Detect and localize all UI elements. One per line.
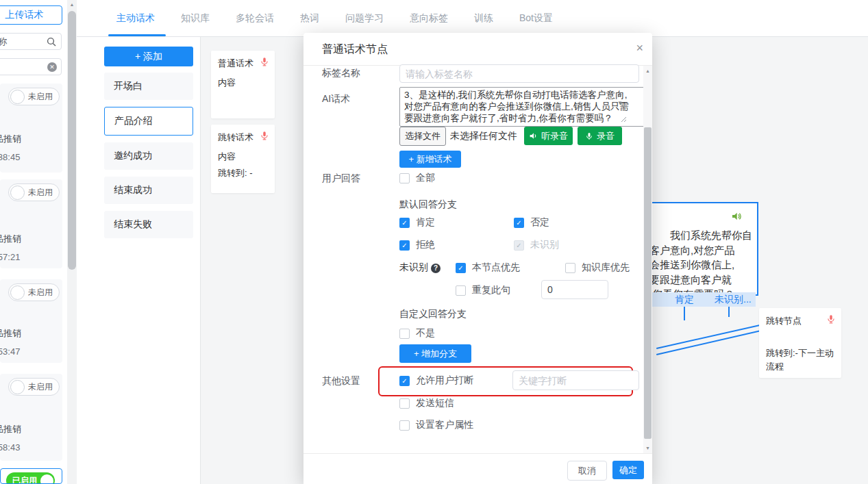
checkbox-affirm[interactable]: 肯定 <box>399 216 435 229</box>
tag-name-label: 标签名称 <box>322 67 360 79</box>
add-script-button[interactable]: + 新增话术 <box>399 151 461 168</box>
script-card[interactable]: 未启用 品推销 9:38:45 <box>0 84 62 173</box>
script-card[interactable]: 未启用 品推销 3:58:43 <box>0 374 62 461</box>
left-scrollbar[interactable]: ▲ <box>67 0 77 484</box>
node-card-normal-script[interactable]: 普通话术 内容 <box>211 51 275 118</box>
checkbox-label: 知识库优先 <box>582 262 630 274</box>
confirm-button[interactable]: 确定 <box>612 461 644 479</box>
tab-bot-settings[interactable]: Bot设置 <box>511 12 561 25</box>
modal-scrollbar-thumb[interactable] <box>644 127 652 439</box>
textarea-scroll-down-icon[interactable]: ▼ <box>617 100 623 106</box>
checkbox-refuse[interactable]: 拒绝 <box>399 239 435 251</box>
filter-input[interactable]: ✕ <box>0 58 62 75</box>
checkbox-node-first[interactable]: 本节点优先 <box>456 262 520 274</box>
ai-script-textarea[interactable]: 3、是这样的,我们系统先帮你自动打电话筛选客户意向,对您产品有意向的客户会推送到… <box>399 87 645 127</box>
script-card-name: 品推销 <box>0 233 21 245</box>
listen-recording-label: 听录音 <box>541 130 568 142</box>
app-window: 主动话术 知识库 多轮会话 热词 问题学习 意向标签 训练 Bot设置 上传话术… <box>0 0 868 484</box>
flow-item-opening[interactable]: 开场白 <box>104 73 193 100</box>
connector-line <box>728 307 730 317</box>
enable-toggle[interactable]: 未启用 <box>8 88 60 105</box>
enable-toggle-on[interactable]: 已启用 <box>6 472 55 484</box>
tab-question-learning[interactable]: 问题学习 <box>337 12 392 25</box>
help-icon[interactable]: ? <box>431 264 441 273</box>
node-card-title: 普通话术 <box>218 58 253 70</box>
toggle-knob <box>10 90 25 104</box>
upload-script-button[interactable]: 上传话术 <box>0 5 62 25</box>
checkbox-set-customer-attr[interactable]: 设置客户属性 <box>399 419 473 431</box>
file-status-text: 未选择任何文件 <box>450 130 517 142</box>
checkbox-negative[interactable]: 否定 <box>514 216 549 229</box>
toggle-knob <box>10 186 25 200</box>
repeat-count-input[interactable] <box>541 280 608 299</box>
checkbox-repeat[interactable]: 重复此句 <box>456 284 510 296</box>
resize-grip-icon[interactable] <box>620 116 627 123</box>
checkbox-label: 不是 <box>416 327 435 340</box>
script-card-name: 品推销 <box>0 423 21 435</box>
script-card[interactable]: 未启用 品推销 7:53:47 <box>0 279 62 363</box>
microphone-icon[interactable] <box>260 57 269 66</box>
checkbox-allow-interrupt[interactable]: 允许用户打断 <box>399 374 473 387</box>
link-affirm[interactable]: 肯定 <box>675 294 694 306</box>
checkbox-all[interactable]: 全部 <box>399 172 435 184</box>
enable-toggle[interactable]: 未启用 <box>8 378 60 396</box>
tab-hot-words[interactable]: 热词 <box>292 12 327 25</box>
tab-intent-label[interactable]: 意向标签 <box>401 12 456 25</box>
checkbox-label: 重复此句 <box>472 284 510 296</box>
keyword-interrupt-input[interactable] <box>512 370 639 390</box>
tab-main-script[interactable]: 主动话术 <box>108 12 163 25</box>
script-card-enabled[interactable]: 已启用 <box>0 468 62 484</box>
checkbox-label: 全部 <box>416 172 435 184</box>
textarea-scroll-up-icon[interactable]: ▲ <box>617 90 623 97</box>
microphone-icon[interactable] <box>260 131 269 140</box>
add-flow-button[interactable]: + 添加 <box>104 47 193 66</box>
clear-icon[interactable]: ✕ <box>47 62 57 72</box>
enable-toggle[interactable]: 未启用 <box>8 183 60 201</box>
node-card-title: 跳转话术 <box>218 131 253 144</box>
flow-item-end-fail[interactable]: 结束失败 <box>104 211 193 238</box>
script-card[interactable]: 未启用 品推销 7:57:21 <box>0 179 62 268</box>
enable-toggle[interactable]: 未启用 <box>8 283 60 301</box>
link-unrecognized[interactable]: 未识别... <box>715 294 752 306</box>
flow-node-jump[interactable]: 跳转节点 跳转到:-下一主动流程 <box>759 308 841 378</box>
checkbox-label: 肯定 <box>416 216 435 229</box>
tab-knowledge-base[interactable]: 知识库 <box>173 12 218 25</box>
microphone-icon[interactable] <box>826 314 836 324</box>
record-button[interactable]: 录音 <box>578 127 622 145</box>
tab-multi-turn[interactable]: 多轮会话 <box>227 12 282 25</box>
left-scrollbar-thumb[interactable] <box>68 11 76 270</box>
tab-training[interactable]: 训练 <box>466 12 501 25</box>
record-label: 录音 <box>597 130 615 142</box>
modal-header: 普通话术节点 × <box>303 33 652 66</box>
flow-item-invite-success[interactable]: 邀约成功 <box>104 142 193 170</box>
script-card-name: 品推销 <box>0 133 21 145</box>
listen-recording-button[interactable]: 听录音 <box>524 127 573 145</box>
modal-title: 普通话术节点 <box>322 42 388 57</box>
flow-item-end-success[interactable]: 结束成功 <box>104 177 193 204</box>
scroll-up-icon[interactable]: ▲ <box>67 2 77 7</box>
speaker-icon[interactable] <box>731 211 742 222</box>
scroll-down-icon[interactable]: ▼ <box>643 446 652 450</box>
toggle-label: 未启用 <box>28 381 53 393</box>
flow-item-product-intro[interactable]: 产品介绍 <box>104 107 193 136</box>
cancel-button[interactable]: 取消 <box>567 461 607 481</box>
scroll-up-icon[interactable]: ▲ <box>643 68 652 73</box>
node-card-jump-target: 跳转到: - <box>218 167 253 179</box>
jump-node-target: 跳转到:-下一主动流程 <box>766 346 834 374</box>
tag-name-input[interactable] <box>399 64 639 83</box>
choose-file-button[interactable]: 选择文件 <box>399 127 446 146</box>
checkbox-label: 未识别 <box>530 239 559 251</box>
modal-scrollbar[interactable]: ▲ ▼ <box>643 66 652 453</box>
checkbox-label: 本节点优先 <box>472 262 520 274</box>
node-card-jump-script[interactable]: 跳转话术 内容 跳转到: - <box>211 125 275 193</box>
speaker-icon <box>529 131 538 140</box>
search-input[interactable]: 称 <box>0 33 62 50</box>
checkbox-label: 拒绝 <box>416 239 435 251</box>
script-card-time: 7:53:47 <box>0 346 20 357</box>
close-icon[interactable]: × <box>636 41 643 55</box>
toggle-label: 未启用 <box>28 187 53 199</box>
checkbox-kb-first[interactable]: 知识库优先 <box>565 262 630 274</box>
checkbox-send-sms[interactable]: 发送短信 <box>399 397 454 409</box>
add-branch-button[interactable]: + 增加分支 <box>399 344 471 363</box>
checkbox-not[interactable]: 不是 <box>399 327 435 340</box>
